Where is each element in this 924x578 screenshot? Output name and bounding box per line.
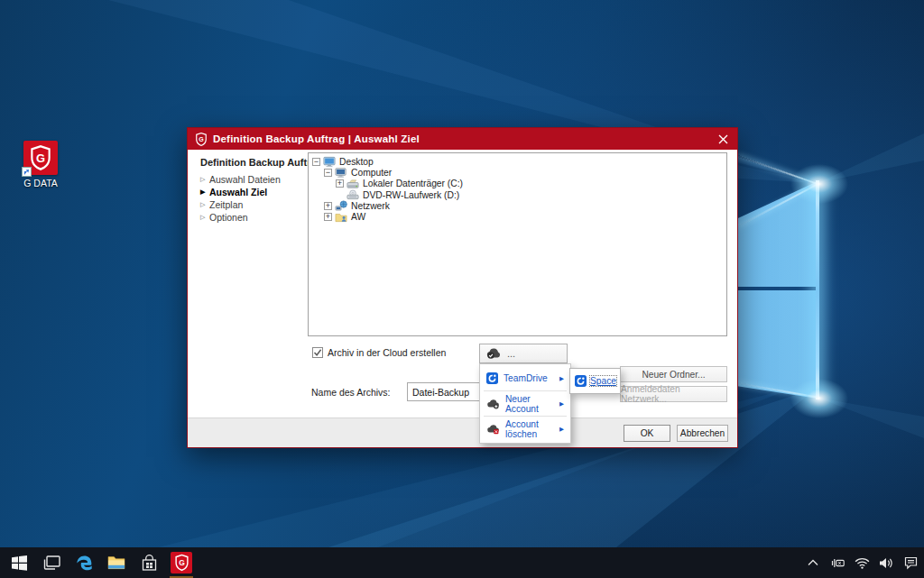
folder-tree[interactable]: −Desktop−Computer+Lokaler Datenträger (C… [308, 152, 727, 336]
file-explorer-button[interactable] [101, 547, 132, 578]
chevron-up-icon [808, 559, 818, 566]
desktop-icon [323, 156, 337, 168]
cloud-checkbox[interactable] [312, 347, 323, 358]
arrow-right-icon: ▷ [200, 214, 209, 221]
sidebar-item-label: Optionen [209, 212, 248, 223]
task-view-button[interactable] [36, 547, 67, 578]
tree-item-label: Desktop [337, 157, 375, 167]
tray-wifi[interactable] [854, 554, 870, 572]
submenu-arrow-icon: ▶ [559, 400, 564, 408]
cloud-menu: TeamDrive▶Neuer Account▶Account löschen▶ [479, 363, 571, 444]
menu-item-label: Account löschen [505, 419, 559, 439]
user-folder-icon [335, 212, 349, 223]
cloud-check-icon [485, 347, 502, 360]
tree-item-lokaler-datenträger-c[interactable]: +Lokaler Datenträger (C:) [309, 179, 726, 189]
wallpaper-flare [790, 379, 848, 418]
close-icon[interactable] [710, 128, 735, 150]
expand-icon[interactable]: + [324, 213, 332, 221]
backup-definition-dialog: G Definition Backup Auftrag | Auswahl Zi… [187, 127, 738, 448]
tree-item-label: AW [349, 212, 367, 222]
sidebar-item-label: Zeitplan [209, 199, 243, 210]
computer-icon [335, 167, 349, 179]
gdata-shield-icon: G [23, 141, 58, 175]
sidebar-item-optionen[interactable]: ▷Optionen [200, 211, 307, 224]
submenu-item-label: Space [590, 376, 616, 386]
new-folder-button[interactable]: Neuer Ordner... [620, 366, 727, 382]
shortcut-arrow-icon [22, 167, 32, 177]
teamdrive-icon [486, 372, 498, 384]
cloud-add-icon [486, 399, 500, 409]
arrow-right-icon: ▷ [200, 201, 209, 208]
sidebar-item-zeitplan[interactable]: ▷Zeitplan [200, 198, 307, 211]
system-tray [805, 547, 919, 578]
wallpaper-windows-logo-edge [816, 180, 819, 399]
sidebar-item-auswahl-ziel[interactable]: ▶Auswahl Ziel [200, 186, 307, 198]
cloud-submenu-space[interactable]: Space [569, 368, 621, 394]
wallpaper-flare [790, 164, 848, 204]
tree-item-label: Computer [349, 168, 393, 178]
start-button[interactable] [4, 547, 34, 578]
tree-item-label: DVD-RW-Laufwerk (D:) [361, 190, 461, 200]
arrow-right-icon: ▷ [200, 176, 209, 183]
collapse-icon[interactable]: − [324, 169, 332, 177]
archive-name-label: Name des Archivs: [311, 387, 391, 398]
tree-item-desktop[interactable]: −Desktop [309, 156, 726, 167]
tree-item-aw[interactable]: +AW [309, 211, 726, 222]
expand-icon[interactable]: + [336, 179, 344, 188]
submenu-arrow-icon: ▶ [559, 426, 564, 433]
network-credentials-button[interactable]: Anmeldedaten Netzwerk... [620, 386, 727, 402]
cloud-checkbox-label: Archiv in der Cloud erstellen [328, 347, 446, 358]
gdata-shield-icon: G [195, 132, 208, 147]
power-plug-x-icon [830, 557, 845, 569]
task-view-icon [43, 555, 60, 570]
cloud-button-label: ... [507, 350, 515, 357]
drive-icon [346, 179, 361, 189]
tree-item-dvd-rw-laufwerk-d[interactable]: DVD-RW-Laufwerk (D:) [309, 189, 726, 200]
gdata-button[interactable]: G [166, 547, 197, 578]
sidebar-item-auswahl-dateien[interactable]: ▷Auswahl Dateien [200, 173, 307, 186]
tray-power[interactable] [829, 554, 845, 572]
tree-item-label: Lokaler Datenträger (C:) [361, 179, 465, 188]
submenu-arrow-icon: ▶ [559, 375, 564, 382]
tray-volume[interactable] [878, 554, 894, 572]
tree-item-computer[interactable]: −Computer [309, 167, 726, 178]
sidebar-item-label: Auswahl Dateien [209, 174, 281, 185]
folder-icon [107, 555, 125, 570]
wifi-icon [855, 557, 870, 569]
menu-item-account-löschen[interactable]: Account löschen▶ [480, 417, 570, 441]
cloud-delete-icon [486, 424, 500, 435]
action-center-icon [904, 556, 918, 570]
dialog-titlebar[interactable]: G Definition Backup Auftrag | Auswahl Zi… [188, 128, 737, 150]
sidebar-header: Definition Backup Auftrag [200, 157, 322, 168]
collapse-icon[interactable]: − [312, 158, 320, 166]
tray-chevron[interactable] [805, 554, 821, 572]
network-icon [335, 200, 349, 212]
shortcut-label: G DATA [12, 178, 69, 188]
desktop-shortcut-gdata[interactable]: G G DATA [12, 141, 69, 188]
edge-icon [75, 554, 94, 573]
svg-text:G: G [199, 136, 204, 142]
ok-button[interactable]: OK [624, 425, 670, 442]
dialog-title: Definition Backup Auftrag | Auswahl Ziel [213, 133, 420, 144]
menu-item-label: TeamDrive [504, 373, 548, 383]
tray-action-center[interactable] [902, 554, 919, 572]
cloud-checkbox-row: Archiv in der Cloud erstellen [312, 347, 446, 358]
store-button[interactable] [134, 547, 164, 578]
volume-icon [879, 557, 893, 569]
sidebar-items: ▷Auswahl Dateien▶Auswahl Ziel▷Zeitplan▷O… [200, 173, 307, 224]
tree-item-netzwerk[interactable]: +Netzwerk [309, 200, 726, 211]
cancel-button[interactable]: Abbrechen [677, 425, 728, 442]
menu-item-neuer-account[interactable]: Neuer Account▶ [480, 391, 570, 416]
tree-item-label: Netzwerk [349, 201, 392, 211]
expand-icon[interactable]: + [324, 202, 332, 210]
teamdrive-icon [575, 375, 587, 387]
edge-button[interactable] [69, 547, 99, 578]
svg-text:G: G [179, 558, 185, 567]
dvd-icon [346, 189, 361, 200]
menu-item-label: Neuer Account [505, 394, 559, 414]
menu-item-teamdrive[interactable]: TeamDrive▶ [480, 366, 570, 390]
store-icon [142, 555, 157, 572]
cloud-target-button[interactable]: ... [479, 344, 568, 363]
windows-icon [12, 555, 27, 571]
gdata-shield-icon: G [171, 552, 192, 573]
